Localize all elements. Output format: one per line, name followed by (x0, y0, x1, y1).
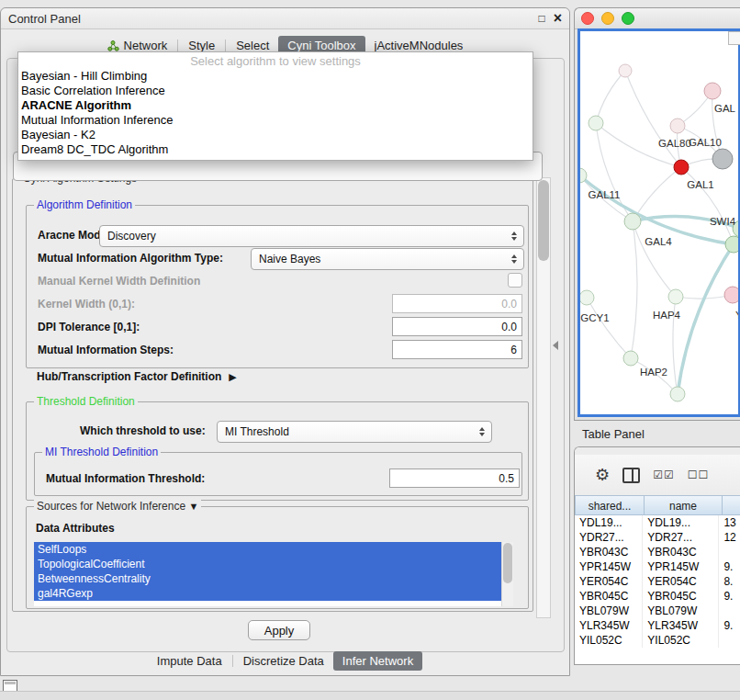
bottom-status-strip (0, 691, 740, 700)
tab-infer-network[interactable]: Infer Network (333, 651, 422, 671)
algorithm-option[interactable]: ARACNE Algorithm (18, 98, 533, 113)
minimize-traffic-light-icon[interactable] (601, 12, 614, 25)
gear-icon[interactable]: ⚙ (595, 465, 610, 485)
scrollbar-thumb[interactable] (503, 543, 512, 583)
column-header[interactable] (723, 495, 740, 515)
list-scrollbar[interactable] (501, 542, 513, 606)
table-cell: 12 (719, 530, 740, 545)
mi-threshold-label: Mutual Information Threshold: (46, 472, 205, 485)
attribute-item[interactable]: TopologicalCoefficient (34, 557, 501, 571)
network-edge[interactable] (625, 71, 681, 167)
network-node[interactable] (619, 64, 632, 77)
network-node[interactable] (712, 149, 733, 169)
attribute-item[interactable]: gal4RGexp (34, 586, 501, 601)
table-panel-title: Table Panel (582, 427, 645, 441)
network-node[interactable] (624, 213, 641, 230)
tab-discretize-data[interactable]: Discretize Data (234, 651, 333, 671)
table-row[interactable]: YBR043CYBR043C (575, 545, 740, 559)
table-cell: YLR345W (575, 618, 643, 633)
table-panel-window: ⚙ ☑☑ ☐☐ shared...name YDL19...YDL19...13… (574, 446, 740, 665)
control-panel-window: Control Panel □ × Network Style Select C… (0, 7, 570, 676)
table-cell: YBR045C (575, 589, 643, 604)
dpi-tolerance-label: DPI Tolerance [0,1]: (38, 321, 140, 333)
node-label: GAL4 (645, 236, 672, 247)
close-traffic-light-icon[interactable] (581, 12, 594, 25)
algorithm-option[interactable]: Basic Correlation Inference (18, 84, 533, 98)
attribute-item[interactable]: SelfLoops (34, 542, 501, 557)
data-attributes-list[interactable]: SelfLoopsTopologicalCoefficientBetweenne… (34, 542, 513, 606)
algorithm-option[interactable]: Bayesian - K2 (18, 128, 533, 142)
table-row[interactable]: YBR045CYBR045C9. (575, 589, 740, 604)
network-node[interactable] (668, 289, 683, 304)
hub-definition-expander[interactable]: Hub/Transcription Factor Definition ▶ (37, 370, 237, 383)
columns-icon[interactable] (622, 468, 640, 483)
column-header[interactable]: shared... (575, 495, 645, 515)
tab-label: Style (188, 39, 215, 52)
which-threshold-select[interactable]: MI Threshold (217, 421, 492, 443)
table-cell: YDL19... (643, 515, 719, 530)
table-cell: YBL079W (575, 604, 643, 618)
table-cell: YLR345W (643, 618, 719, 633)
mi-steps-field[interactable] (392, 340, 522, 359)
manual-kernel-checkbox[interactable] (508, 273, 522, 288)
float-window-icon[interactable]: □ (538, 13, 544, 24)
table-row[interactable]: YER054CYER054C8. (575, 574, 740, 589)
node-label: GAL10 (689, 137, 722, 148)
zoom-traffic-light-icon[interactable] (622, 12, 634, 25)
network-edge[interactable] (596, 71, 625, 123)
close-icon[interactable]: × (554, 12, 562, 25)
network-node[interactable] (670, 119, 685, 133)
mi-threshold-definition-group: MI Threshold Definition Mutual Informati… (34, 452, 522, 496)
network-node[interactable] (725, 236, 738, 253)
algorithm-option[interactable]: Mutual Information Inference (18, 113, 533, 128)
tab-label: jActiveMNodules (375, 39, 464, 52)
canvas-scroll-corner (728, 31, 740, 45)
aracne-mode-select[interactable]: Discovery (99, 225, 524, 247)
attribute-item[interactable]: BetweennessCentrality (34, 571, 501, 586)
node-label: HAP4 (653, 310, 681, 321)
kernel-width-field[interactable] (392, 294, 522, 313)
network-edge[interactable] (678, 244, 734, 394)
expand-right-icon: ▶ (229, 371, 236, 383)
network-node[interactable] (670, 387, 685, 401)
dpi-tolerance-field[interactable] (392, 317, 522, 336)
table-row[interactable]: YBL079WYBL079W (575, 604, 740, 618)
splitter-collapse-icon[interactable] (553, 341, 558, 350)
deselect-all-icon[interactable]: ☐☐ (688, 469, 710, 481)
column-header[interactable]: name (645, 495, 723, 515)
network-canvas[interactable]: GALGAL80GAL10GAL11GAL1SWI4GAL4GCY1HAP4HA… (577, 28, 740, 417)
network-node[interactable] (674, 160, 689, 175)
network-node[interactable] (704, 83, 721, 99)
network-edge[interactable] (631, 221, 637, 358)
table-row[interactable]: YDL19...YDL19...13 (575, 515, 740, 530)
mi-type-label: Mutual Information Algorithm Type: (38, 252, 223, 265)
tab-impute-data[interactable]: Impute Data (148, 651, 231, 671)
node-label: GAL (714, 103, 736, 114)
table-row[interactable]: YIL052CYIL052C (575, 633, 740, 648)
threshold-definition-group: Threshold Definition Which threshold to … (26, 401, 529, 501)
apply-button[interactable]: Apply (248, 620, 310, 640)
network-node[interactable] (589, 116, 603, 130)
network-node[interactable] (623, 351, 638, 366)
network-node[interactable] (724, 287, 738, 303)
table-row[interactable]: YPR145WYPR145W9. (575, 559, 740, 574)
table-row[interactable]: YDR27...YDR27...12 (575, 530, 740, 545)
selected-value: Naive Bayes (252, 253, 508, 265)
mi-algorithm-type-select[interactable]: Naive Bayes (251, 248, 524, 270)
mi-threshold-field[interactable] (389, 469, 520, 488)
mi-steps-label: Mutual Information Steps: (38, 344, 174, 356)
table-row[interactable]: YLR345WYLR345W9. (575, 618, 740, 633)
kernel-width-label: Kernel Width (0,1): (38, 298, 135, 310)
network-edge[interactable] (633, 167, 681, 221)
algorithm-option[interactable]: Dream8 DC_TDC Algorithm (18, 142, 533, 157)
algorithm-option[interactable]: Bayesian - Hill Climbing (18, 69, 533, 84)
settings-scrollbar[interactable] (536, 177, 551, 618)
select-all-icon[interactable]: ☑☑ (653, 469, 675, 481)
sources-title[interactable]: Sources for Network Inference ▼ (34, 500, 201, 513)
scrollbar-thumb[interactable] (538, 180, 549, 261)
network-edge[interactable] (633, 221, 676, 297)
network-edge[interactable] (587, 298, 631, 358)
table-cell: YER054C (575, 574, 643, 589)
threshold-definition-title: Threshold Definition (34, 395, 138, 408)
network-node[interactable] (580, 290, 594, 305)
